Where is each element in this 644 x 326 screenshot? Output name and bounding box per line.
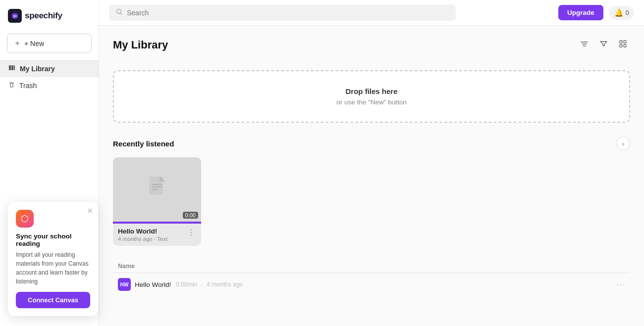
page-title: My Library <box>113 39 168 51</box>
cards-row: 0:00 Hello World! 4 months ago · Text ⋮ <box>113 157 630 246</box>
sidebar-item-label: My Library <box>20 65 55 73</box>
layout-button[interactable] <box>616 38 630 52</box>
topbar-right: Upgrade 🔔 0 <box>558 5 634 20</box>
content-area: My Library Drop files here or use the "N… <box>99 26 644 326</box>
row-menu-button[interactable]: ⋯ <box>616 279 625 290</box>
toolbar-icons <box>577 38 630 52</box>
svg-rect-6 <box>624 41 626 43</box>
bell-icon: 🔔 <box>614 8 624 17</box>
popup-close-button[interactable]: ✕ <box>87 207 93 215</box>
sidebar-item-label: Trash <box>19 82 37 90</box>
table-row[interactable]: HW Hello World! 0:00min · 4 months ago ⋯ <box>113 273 630 296</box>
card-info: Hello World! 4 months ago · Text ⋮ <box>113 224 201 246</box>
file-list-table: Name HW Hello World! 0:00min · 4 months … <box>113 260 630 296</box>
card-progress-fill <box>113 222 201 224</box>
svg-rect-5 <box>620 41 622 43</box>
upgrade-button[interactable]: Upgrade <box>558 5 603 20</box>
popup-body: Import all your reading materials from y… <box>16 250 90 286</box>
svg-rect-7 <box>620 45 622 47</box>
column-name-header: Name <box>113 260 610 273</box>
card-menu-button[interactable]: ⋮ <box>186 228 196 237</box>
topbar: Upgrade 🔔 0 <box>99 0 644 26</box>
drop-subtitle: or use the "New" button <box>130 98 613 106</box>
new-button[interactable]: ＋ + New <box>7 34 92 53</box>
app-name: speechify <box>25 11 62 21</box>
popup-title: Sync your school reading <box>16 233 90 247</box>
recently-listened-section: Recently listened › <box>113 137 630 150</box>
sort-button[interactable] <box>577 38 591 52</box>
notification-badge[interactable]: 🔔 0 <box>609 6 634 20</box>
main-content: Upgrade 🔔 0 My Library <box>99 0 644 326</box>
card-thumbnail: 0:00 <box>113 157 201 222</box>
drop-zone[interactable]: Drop files here or use the "New" button <box>113 70 630 123</box>
card-time-badge: 0:00 <box>183 212 198 219</box>
sidebar-item-trash[interactable]: Trash <box>0 77 99 94</box>
svg-rect-1 <box>9 65 11 70</box>
file-icon-badge: HW <box>118 278 131 291</box>
file-name: Hello World! <box>135 281 171 288</box>
card-name: Hello World! <box>118 228 167 235</box>
file-name-cell: HW Hello World! 0:00min · 4 months ago <box>113 273 610 296</box>
logo: speechify <box>0 5 99 31</box>
plus-icon: ＋ <box>13 38 21 48</box>
card-item[interactable]: 0:00 Hello World! 4 months ago · Text ⋮ <box>113 157 201 246</box>
library-icon <box>8 64 16 73</box>
speechify-logo-icon <box>8 9 22 23</box>
svg-rect-3 <box>14 65 15 70</box>
popup-icon: ⬡ <box>16 210 34 228</box>
card-progress-bar <box>113 222 201 224</box>
connect-canvas-button[interactable]: Connect Canvas <box>16 292 90 308</box>
file-date: 4 months ago <box>207 281 243 288</box>
drop-title: Drop files here <box>130 87 613 95</box>
search-input[interactable] <box>127 9 449 17</box>
search-icon <box>116 8 123 17</box>
card-meta: 4 months ago · Text <box>118 236 167 242</box>
svg-rect-8 <box>624 45 626 47</box>
canvas-icon: ⬡ <box>21 213 29 224</box>
file-separator: · <box>201 281 203 288</box>
column-actions-header <box>610 260 630 273</box>
file-duration: 0:00min <box>176 281 197 288</box>
sidebar-item-my-library[interactable]: My Library <box>0 60 99 77</box>
search-bar <box>109 4 456 21</box>
filter-button[interactable] <box>596 38 611 52</box>
canvas-popup: ✕ ⬡ Sync your school reading Import all … <box>8 202 98 316</box>
title-row: My Library <box>113 38 630 61</box>
scroll-right-button[interactable]: › <box>616 137 630 150</box>
trash-icon <box>8 81 15 90</box>
svg-rect-2 <box>11 65 13 70</box>
row-actions-cell: ⋯ <box>610 273 630 296</box>
doc-icon <box>147 176 167 204</box>
